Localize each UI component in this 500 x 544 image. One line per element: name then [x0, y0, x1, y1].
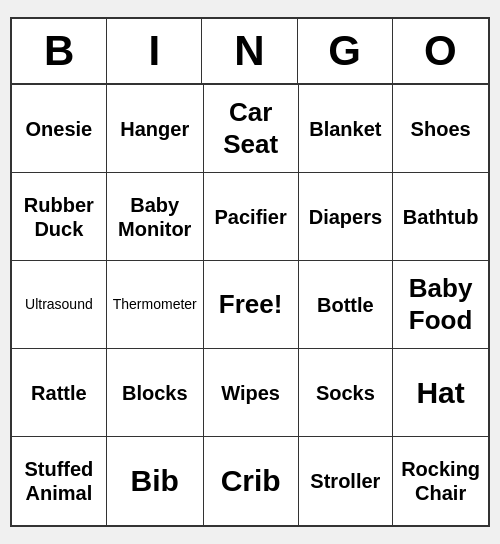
bingo-letter: B — [12, 19, 107, 83]
cell-text: Wipes — [221, 381, 280, 405]
bingo-letter: I — [107, 19, 202, 83]
bingo-cell: Ultrasound — [12, 261, 107, 349]
bingo-cell: Wipes — [204, 349, 299, 437]
bingo-card: BINGO OnesieHangerCar SeatBlanketShoesRu… — [10, 17, 490, 527]
cell-text: Stuffed Animal — [18, 457, 100, 505]
bingo-header: BINGO — [12, 19, 488, 85]
bingo-cell: Shoes — [393, 85, 488, 173]
bingo-cell: Baby Monitor — [107, 173, 204, 261]
bingo-cell: Hat — [393, 349, 488, 437]
bingo-cell: Car Seat — [204, 85, 299, 173]
bingo-cell: Pacifier — [204, 173, 299, 261]
cell-text: Onesie — [26, 117, 93, 141]
bingo-cell: Diapers — [299, 173, 394, 261]
bingo-letter: O — [393, 19, 488, 83]
cell-text: Blocks — [122, 381, 188, 405]
cell-text: Bathtub — [403, 205, 479, 229]
bingo-cell: Free! — [204, 261, 299, 349]
bingo-letter: G — [298, 19, 393, 83]
cell-text: Free! — [219, 289, 283, 320]
bingo-cell: Bottle — [299, 261, 394, 349]
cell-text: Crib — [221, 463, 281, 499]
cell-text: Stroller — [310, 469, 380, 493]
bingo-cell: Onesie — [12, 85, 107, 173]
cell-text: Bib — [131, 463, 179, 499]
cell-text: Hat — [416, 375, 464, 411]
cell-text: Baby Food — [399, 273, 482, 335]
cell-text: Socks — [316, 381, 375, 405]
bingo-cell: Thermometer — [107, 261, 204, 349]
bingo-cell: Socks — [299, 349, 394, 437]
cell-text: Pacifier — [215, 205, 287, 229]
bingo-cell: Hanger — [107, 85, 204, 173]
bingo-cell: Rattle — [12, 349, 107, 437]
bingo-cell: Crib — [204, 437, 299, 525]
cell-text: Shoes — [411, 117, 471, 141]
cell-text: Baby Monitor — [113, 193, 197, 241]
bingo-cell: Stuffed Animal — [12, 437, 107, 525]
cell-text: Ultrasound — [25, 296, 93, 313]
cell-text: Blanket — [309, 117, 381, 141]
cell-text: Car Seat — [210, 97, 292, 159]
bingo-cell: Bib — [107, 437, 204, 525]
bingo-cell: Rocking Chair — [393, 437, 488, 525]
cell-text: Rattle — [31, 381, 87, 405]
cell-text: Thermometer — [113, 296, 197, 313]
bingo-cell: Rubber Duck — [12, 173, 107, 261]
bingo-cell: Stroller — [299, 437, 394, 525]
cell-text: Hanger — [120, 117, 189, 141]
bingo-cell: Blanket — [299, 85, 394, 173]
bingo-letter: N — [202, 19, 297, 83]
cell-text: Rocking Chair — [399, 457, 482, 505]
bingo-cell: Blocks — [107, 349, 204, 437]
cell-text: Diapers — [309, 205, 382, 229]
bingo-grid: OnesieHangerCar SeatBlanketShoesRubber D… — [12, 85, 488, 525]
bingo-cell: Baby Food — [393, 261, 488, 349]
bingo-cell: Bathtub — [393, 173, 488, 261]
cell-text: Bottle — [317, 293, 374, 317]
cell-text: Rubber Duck — [18, 193, 100, 241]
